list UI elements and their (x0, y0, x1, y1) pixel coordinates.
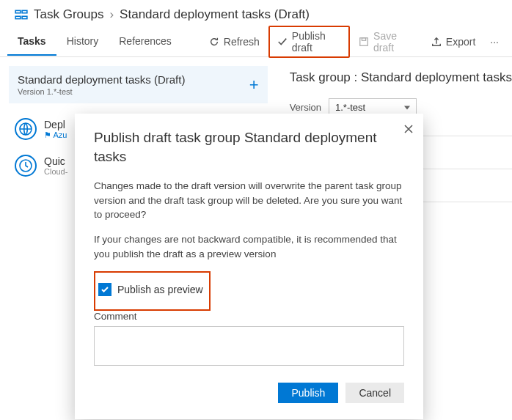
export-label: Export (446, 36, 475, 48)
clock-icon (15, 155, 37, 177)
svg-rect-1 (15, 16, 21, 18)
tab-tasks[interactable]: Tasks (7, 28, 56, 56)
task-group-version: Version 1.*-test (18, 87, 185, 96)
svg-rect-3 (22, 16, 27, 18)
chevron-right-icon: › (109, 7, 114, 22)
version-label: Version (290, 102, 321, 113)
refresh-label: Refresh (224, 36, 260, 48)
export-icon (431, 37, 442, 47)
svg-rect-0 (15, 10, 21, 12)
tabs: Tasks History References (7, 28, 182, 56)
task-subtitle: Cloud- (44, 167, 67, 176)
comment-label: Comment (94, 311, 404, 322)
task-group-heading: Task group : Standard deployment tasks (290, 70, 512, 85)
globe-icon (15, 118, 37, 140)
checkbox-icon (98, 283, 111, 296)
publish-as-preview-checkbox[interactable]: Publish as preview (98, 283, 203, 296)
dialog-title: Publish draft task group Standard deploy… (94, 128, 404, 166)
task-groups-icon (15, 8, 28, 21)
comment-textarea[interactable] (94, 326, 404, 366)
publish-draft-label: Publish draft (292, 30, 341, 54)
more-icon: ··· (490, 36, 499, 48)
dialog-body-2: If your changes are not backward compati… (94, 232, 404, 261)
cancel-button[interactable]: Cancel (345, 383, 404, 403)
breadcrumb-current: Standard deployment tasks (Draft) (120, 7, 310, 22)
svg-rect-4 (360, 37, 368, 45)
close-button[interactable] (404, 124, 413, 136)
refresh-button[interactable]: Refresh (200, 32, 268, 52)
task-subtitle: ⚑ Azu (44, 130, 67, 140)
task-title: Depl (44, 119, 67, 130)
checkbox-label: Publish as preview (117, 284, 203, 295)
breadcrumb-root[interactable]: Task Groups (34, 7, 103, 22)
add-task-button[interactable]: + (249, 75, 259, 95)
task-title: Quic (44, 155, 67, 167)
publish-draft-button[interactable]: Publish draft (268, 26, 350, 58)
tab-history[interactable]: History (56, 28, 109, 56)
toolbar: Tasks History References Refresh Publish… (0, 26, 512, 57)
publish-dialog: Publish draft task group Standard deploy… (75, 114, 423, 419)
more-button[interactable]: ··· (484, 32, 505, 52)
refresh-icon (209, 37, 219, 47)
publish-button[interactable]: Publish (278, 383, 338, 403)
dialog-body-1: Changes made to the draft version will o… (94, 179, 404, 222)
task-group-header[interactable]: Standard deployment tasks (Draft) Versio… (9, 66, 268, 103)
breadcrumb: Task Groups › Standard deployment tasks … (0, 0, 512, 26)
check-icon (277, 37, 288, 47)
export-button[interactable]: Export (423, 32, 484, 52)
task-group-title: Standard deployment tasks (Draft) (18, 73, 185, 86)
save-draft-label: Save draft (373, 30, 414, 54)
svg-rect-5 (362, 37, 365, 40)
save-icon (359, 37, 369, 47)
save-draft-button: Save draft (350, 26, 423, 58)
svg-rect-2 (22, 10, 27, 12)
tab-references[interactable]: References (109, 28, 182, 56)
